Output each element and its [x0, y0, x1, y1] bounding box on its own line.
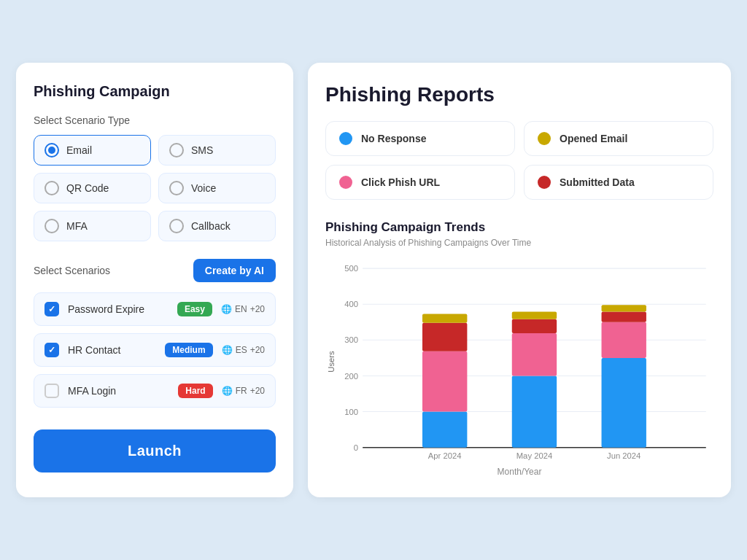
lang-0: EN [235, 304, 247, 314]
globe-icon-1: 🌐 [222, 345, 233, 355]
legend-label-click-phish-url: Click Phish URL [361, 176, 440, 188]
bar-apr-click-phish [422, 351, 467, 412]
radio-circle-email [44, 143, 59, 158]
radio-circle-qrcode [44, 181, 59, 195]
checkbox-mfa-login[interactable] [44, 384, 59, 398]
scenario-item-hr-contact: HR Contact Medium 🌐 ES +20 [34, 333, 276, 367]
points-2: +20 [250, 386, 265, 396]
svg-text:0: 0 [354, 443, 358, 452]
globe-icon-2: 🌐 [222, 386, 233, 396]
svg-text:100: 100 [344, 408, 358, 416]
scenario-meta-hr-contact: 🌐 ES +20 [222, 345, 265, 355]
radio-voice[interactable]: Voice [158, 173, 276, 203]
radio-sms[interactable]: SMS [158, 135, 276, 166]
legend-submitted-data: Submitted Data [524, 165, 713, 200]
chart-area: 500 400 300 200 100 0 Users [325, 260, 713, 464]
bar-jun-submitted [602, 311, 646, 322]
svg-text:May 2024: May 2024 [516, 451, 552, 460]
select-scenarios-header: Select Scenarios Create by AI [34, 259, 276, 282]
radio-email[interactable]: Email [34, 135, 151, 166]
scenario-type-label: Select Scenario Type [34, 114, 276, 126]
radio-circle-sms [169, 143, 184, 158]
bar-chart: 500 400 300 200 100 0 Users [325, 260, 713, 464]
svg-text:500: 500 [344, 264, 358, 273]
scenario-item-password-expire: Password Expire Easy 🌐 EN +20 [34, 292, 276, 326]
svg-text:200: 200 [344, 372, 358, 381]
scenario-meta-password-expire: 🌐 EN +20 [221, 304, 265, 314]
bar-jun-no-response [602, 358, 646, 448]
legend-grid: No Response Opened Email Click Phish URL… [325, 121, 713, 200]
radio-label-sms: SMS [191, 144, 213, 156]
radio-qrcode[interactable]: QR Code [34, 173, 151, 203]
bar-jun-opened [602, 305, 646, 311]
badge-medium: Medium [165, 343, 212, 357]
scenario-name-password-expire: Password Expire [68, 303, 169, 315]
chart-subtitle: Historical Analysis of Phishing Campaign… [325, 238, 713, 248]
panel-title: Phishing Campaign [34, 83, 276, 100]
legend-opened-email: Opened Email [524, 121, 713, 156]
legend-label-no-response: No Response [361, 133, 426, 144]
reports-title: Phishing Reports [325, 83, 713, 106]
points-1: +20 [250, 345, 265, 355]
svg-text:Users: Users [327, 351, 336, 373]
radio-label-qrcode: QR Code [66, 182, 109, 194]
x-axis-label: Month/Year [325, 467, 713, 477]
lang-2: FR [236, 386, 247, 396]
chart-section: Phishing Campaign Trends Historical Anal… [325, 220, 713, 477]
bar-may-opened [512, 311, 557, 319]
globe-icon-0: 🌐 [221, 304, 232, 314]
badge-hard: Hard [178, 384, 212, 398]
bar-may-submitted [512, 319, 557, 333]
scenario-name-mfa-login: MFA Login [68, 385, 169, 397]
checkbox-password-expire[interactable] [44, 302, 59, 316]
radio-callback[interactable]: Callback [158, 211, 276, 241]
scenario-item-mfa-login: MFA Login Hard 🌐 FR +20 [34, 374, 276, 408]
legend-label-opened-email: Opened Email [560, 133, 627, 144]
bar-may-no-response [512, 376, 557, 447]
radio-label-callback: Callback [191, 220, 231, 232]
svg-text:Jun 2024: Jun 2024 [607, 451, 640, 460]
create-ai-button[interactable]: Create by AI [193, 259, 276, 282]
radio-mfa[interactable]: MFA [34, 211, 151, 241]
radio-label-email: Email [66, 144, 92, 156]
points-0: +20 [250, 304, 265, 314]
svg-text:Apr 2024: Apr 2024 [428, 451, 462, 460]
legend-click-phish-url: Click Phish URL [325, 165, 515, 200]
bar-apr-submitted [422, 323, 467, 351]
radio-circle-voice [169, 181, 184, 195]
bar-may-click-phish [512, 333, 557, 376]
legend-label-submitted-data: Submitted Data [560, 176, 635, 188]
dot-opened-email [538, 132, 551, 145]
main-container: Phishing Campaign Select Scenario Type E… [16, 63, 731, 497]
radio-circle-mfa [44, 219, 59, 233]
radio-label-voice: Voice [191, 182, 216, 194]
scenario-type-grid: Email SMS QR Code Voice MFA Callback [34, 135, 276, 241]
dot-click-phish-url [339, 176, 352, 189]
bar-jun-click-phish [602, 322, 646, 358]
dot-no-response [339, 132, 352, 145]
checkbox-hr-contact[interactable] [44, 343, 59, 357]
chart-title: Phishing Campaign Trends [325, 220, 713, 235]
scenario-meta-mfa-login: 🌐 FR +20 [222, 386, 265, 396]
svg-text:300: 300 [344, 335, 358, 344]
radio-label-mfa: MFA [66, 220, 88, 232]
scenario-name-hr-contact: HR Contact [68, 344, 156, 356]
radio-circle-callback [169, 219, 184, 233]
bar-apr-opened [422, 314, 467, 323]
select-scenarios-label: Select Scenarios [34, 265, 110, 276]
right-panel: Phishing Reports No Response Opened Emai… [308, 63, 731, 497]
launch-button[interactable]: Launch [34, 429, 276, 472]
bar-apr-no-response [422, 412, 467, 448]
svg-text:400: 400 [344, 300, 358, 308]
left-panel: Phishing Campaign Select Scenario Type E… [16, 63, 293, 497]
lang-1: ES [236, 345, 247, 355]
badge-easy: Easy [177, 302, 212, 316]
legend-no-response: No Response [325, 121, 515, 156]
dot-submitted-data [538, 176, 551, 189]
